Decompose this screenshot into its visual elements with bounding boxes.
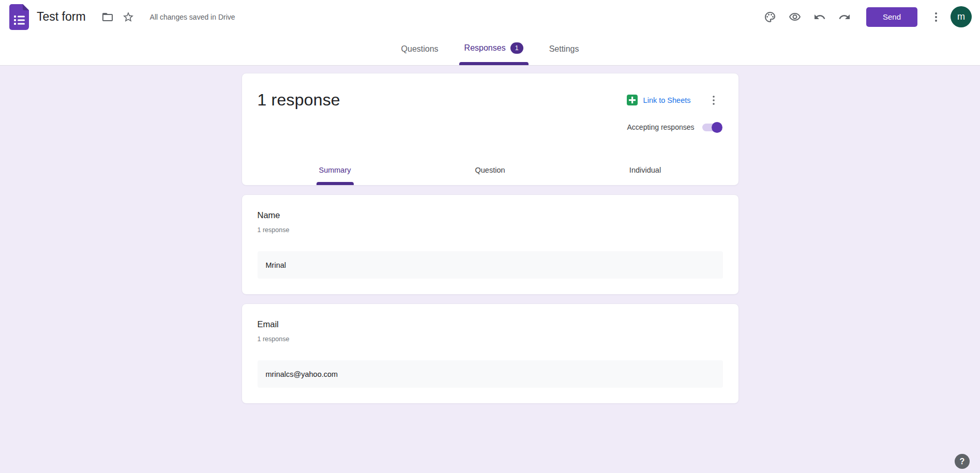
forms-logo-icon[interactable] [9,4,29,30]
folder-icon [101,11,114,23]
view-tab-individual[interactable]: Individual [568,157,723,185]
tab-settings-label: Settings [549,44,579,54]
tab-questions[interactable]: Questions [398,44,442,65]
document-title[interactable]: Test form [37,10,86,24]
accepting-responses-row: Accepting responses [258,123,723,131]
question-title: Email [258,319,723,329]
accepting-responses-label: Accepting responses [627,123,695,131]
top-app-bar: Test form All changes saved in Drive Sen… [0,0,980,34]
responses-view-tabs: Summary Question Individual [258,157,723,185]
redo-button[interactable] [834,7,855,27]
palette-icon [764,11,776,23]
star-icon [122,11,134,23]
send-button[interactable]: Send [866,7,917,27]
tab-questions-label: Questions [401,44,439,54]
help-button[interactable]: ? [955,454,970,469]
responses-more-options-button[interactable] [704,91,723,110]
more-vert-icon [707,94,720,106]
save-status-text: All changes saved in Drive [150,13,235,21]
sheets-icon [627,95,638,105]
view-tab-summary[interactable]: Summary [258,157,413,185]
responses-header-row: 1 response Link to Sheets [258,90,723,110]
topbar-left-group: Test form All changes saved in Drive [9,4,760,30]
question-response-count: 1 response [258,226,723,234]
responses-page: 1 response Link to Sheets Accepting resp… [0,66,980,404]
view-tab-question-label: Question [475,166,505,174]
link-to-sheets-label: Link to Sheets [643,96,691,104]
star-button[interactable] [118,7,139,27]
answer-item: mrinalcs@yahoo.com [258,360,723,388]
more-vert-icon [930,11,942,23]
customize-theme-button[interactable] [760,7,780,27]
accepting-responses-toggle[interactable] [702,124,721,131]
view-tab-summary-label: Summary [319,166,351,174]
tab-settings[interactable]: Settings [546,44,582,65]
preview-eye-icon [789,11,801,23]
answer-text: Mrinal [266,261,286,269]
move-to-folder-button[interactable] [97,7,118,27]
redo-icon [838,11,851,23]
question-title: Name [258,210,723,220]
preview-button[interactable] [785,7,805,27]
view-tab-question[interactable]: Question [413,157,568,185]
question-response-count: 1 response [258,335,723,343]
more-options-button[interactable] [926,7,946,27]
question-summary-card-name: Name 1 response Mrinal [242,194,739,295]
link-to-sheets-button[interactable]: Link to Sheets [627,95,691,105]
account-avatar[interactable]: m [951,6,972,27]
help-icon: ? [960,457,965,466]
undo-icon [813,11,826,23]
view-tab-individual-label: Individual [629,166,661,174]
question-summary-card-email: Email 1 response mrinalcs@yahoo.com [242,303,739,404]
answer-item: Mrinal [258,251,723,279]
responses-header-card: 1 response Link to Sheets Accepting resp… [242,73,739,186]
response-count-title: 1 response [258,90,340,110]
active-view-tab-underline [316,182,354,185]
active-tab-underline [459,62,529,65]
responses-count-badge: 1 [510,42,523,54]
tab-responses-label: Responses [464,43,506,53]
form-nav-tabs: Questions Responses 1 Settings [0,34,980,66]
answer-text: mrinalcs@yahoo.com [266,370,338,378]
undo-button[interactable] [809,7,830,27]
responses-header-actions: Link to Sheets [627,91,723,110]
avatar-letter: m [957,11,965,22]
topbar-right-group: Send m [760,6,972,27]
tab-responses[interactable]: Responses 1 [461,42,526,65]
toggle-thumb [712,122,722,133]
